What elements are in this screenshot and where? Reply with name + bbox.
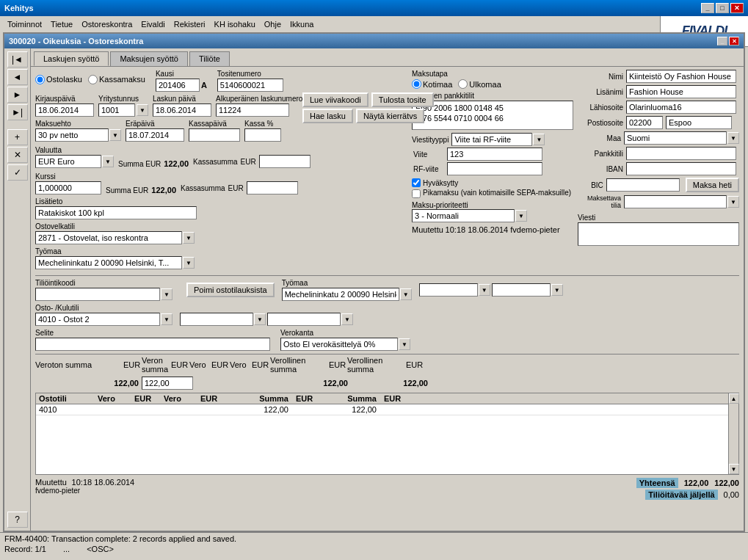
yritystunnus-down[interactable]: ▼ [137, 104, 148, 116]
nayta-kierratys-button[interactable]: Näytä kierrätvs [356, 109, 424, 123]
ostokulutili-down[interactable]: ▼ [161, 313, 173, 325]
kotimaa-radio[interactable] [412, 79, 421, 89]
kulutili2-input[interactable] [180, 313, 253, 326]
selite-input[interactable] [35, 338, 270, 351]
tab-maksujen-syotto[interactable]: Maksujen syöttö [110, 51, 187, 66]
maksuprior-down[interactable]: ▼ [515, 210, 527, 222]
minimize-button[interactable]: _ [701, 3, 714, 13]
scroll-up[interactable]: ▲ [729, 393, 739, 404]
lue-viivakoodi-button[interactable]: Lue viivakoodi [302, 92, 368, 107]
alkup-laskunumero-input[interactable] [216, 103, 289, 117]
maksa-heti-button[interactable]: Maksa heti [686, 178, 739, 192]
tyomaa4-input[interactable] [492, 283, 551, 297]
maa-input[interactable] [624, 131, 727, 145]
lisanimi-input[interactable] [626, 85, 736, 98]
bank-list[interactable]: FI90 2006 1800 0148 45 FI76 5544 0710 00… [412, 101, 573, 130]
tulosta-tosite-button[interactable]: Tulosta tosite [371, 92, 434, 107]
menu-ostoreskontra[interactable]: Ostoreskontra [77, 18, 137, 30]
viestityyppi-input[interactable] [451, 133, 532, 146]
kulutili3-input[interactable] [267, 313, 341, 326]
maksettava-tili-input[interactable] [624, 195, 727, 208]
ostovelkatili-input[interactable] [35, 231, 182, 244]
tositenumero-input[interactable] [217, 79, 283, 92]
ulkomaa-radio[interactable] [458, 79, 468, 89]
ostolasku-radio[interactable] [35, 75, 45, 84]
kassapaiva-input[interactable] [189, 128, 240, 142]
maksettava-tili-down[interactable]: ▼ [727, 196, 739, 208]
maksuehto-down[interactable]: ▼ [109, 129, 121, 141]
hae-lasku-button[interactable]: Hae lasku [302, 109, 353, 123]
valuutta-down[interactable]: ▼ [102, 156, 114, 167]
tiliointikoodi-input[interactable] [35, 288, 160, 301]
iban-input[interactable] [626, 162, 736, 175]
viestityyppi-down[interactable]: ▼ [533, 134, 545, 145]
kulutili2-down[interactable]: ▼ [254, 313, 266, 325]
tyomaa4-down[interactable]: ▼ [551, 284, 563, 296]
tab-laskujen-syotto[interactable]: Laskujen syöttö [34, 51, 109, 66]
poimi-ostotilauksista-button[interactable]: Poimi ostotilauksista [186, 283, 275, 297]
verokanta-input[interactable] [280, 338, 398, 351]
menu-eivaldi[interactable]: Eivaldi [137, 18, 169, 30]
scroll-down[interactable]: ▼ [729, 464, 739, 474]
maksuehto-input[interactable] [35, 128, 109, 142]
nav-first[interactable]: |◄ [7, 51, 28, 68]
tyomaa3-input[interactable] [419, 283, 478, 297]
tab-tiliote[interactable]: Tiliöte [189, 51, 230, 66]
kassasumma2-input[interactable] [247, 181, 298, 194]
ostokulutili-input[interactable] [35, 313, 160, 326]
menu-kh-isohaku[interactable]: KH isohaku [210, 18, 260, 30]
menu-tietue[interactable]: Tietue [46, 18, 77, 30]
tyomaa2-input[interactable] [282, 288, 399, 301]
window-close-btn[interactable]: ✕ [729, 37, 739, 46]
tyomaa2-down[interactable]: ▼ [400, 288, 412, 300]
lisatieto-input[interactable] [35, 206, 197, 219]
menu-ikkuna[interactable]: Ikkuna [286, 18, 318, 30]
hyvaeksytty-checkbox[interactable] [412, 178, 421, 187]
postiosoite-kaupunki-input[interactable] [666, 116, 732, 129]
kassa-pct-input[interactable] [244, 128, 281, 142]
tyomaa3-down[interactable]: ▼ [479, 284, 490, 296]
viite-input[interactable] [447, 148, 542, 161]
kausi-input[interactable] [156, 79, 200, 92]
bic-input[interactable] [606, 178, 680, 192]
close-button[interactable]: ✕ [730, 3, 744, 13]
menu-toiminnot[interactable]: Toiminnot [3, 18, 46, 30]
menu-rekisteri[interactable]: Rekisteri [170, 18, 210, 30]
viesti-input[interactable] [578, 222, 739, 246]
kassamaksu-radio[interactable] [88, 75, 98, 84]
ostovelkatili-down[interactable]: ▼ [183, 232, 195, 244]
verokanta-down[interactable]: ▼ [399, 338, 410, 350]
tyomaa-input[interactable] [35, 256, 182, 269]
table-scrollbar[interactable]: ▲ ▼ [728, 393, 738, 474]
pikamaksu-checkbox[interactable] [412, 189, 421, 198]
nav-help[interactable]: ? [7, 512, 28, 528]
nav-new[interactable]: + [7, 129, 28, 145]
nimi-input[interactable] [626, 70, 736, 83]
rf-viite-input[interactable] [447, 162, 542, 175]
lahiosoite-input[interactable] [626, 101, 736, 114]
tyomaa-down[interactable]: ▼ [183, 257, 195, 269]
laskunpaiva-input[interactable] [153, 103, 211, 117]
kurssi-input[interactable] [35, 181, 101, 194]
pankkitili-right-input[interactable] [626, 147, 736, 160]
kirjauspaiva-input[interactable] [35, 103, 94, 117]
kassasumma-input[interactable] [259, 155, 311, 168]
veron-summa-input[interactable] [142, 377, 193, 390]
window-minimize-btn[interactable]: _ [717, 37, 727, 46]
nav-next[interactable]: ► [7, 87, 28, 103]
valuutta-input[interactable] [35, 155, 101, 168]
kulutili3-down[interactable]: ▼ [341, 313, 353, 325]
nav-prev[interactable]: ◄ [7, 69, 28, 85]
yritystunnus-input[interactable] [98, 103, 135, 117]
menu-ohje[interactable]: Ohje [260, 18, 286, 30]
maximize-button[interactable]: □ [716, 3, 729, 13]
pankkitili-row-2[interactable]: FI76 5544 0710 0004 66 [414, 113, 571, 123]
maa-down[interactable]: ▼ [727, 132, 739, 144]
maksuprior-input[interactable] [412, 209, 515, 222]
nav-delete[interactable]: ✕ [7, 147, 28, 163]
tiliointikoodi-down[interactable]: ▼ [161, 288, 173, 300]
erapaiva-input[interactable] [126, 128, 184, 142]
pankkitili-row-1[interactable]: FI90 2006 1800 0148 45 [414, 103, 571, 113]
nav-save[interactable]: ✓ [7, 164, 28, 181]
nav-last[interactable]: ►| [7, 104, 28, 120]
